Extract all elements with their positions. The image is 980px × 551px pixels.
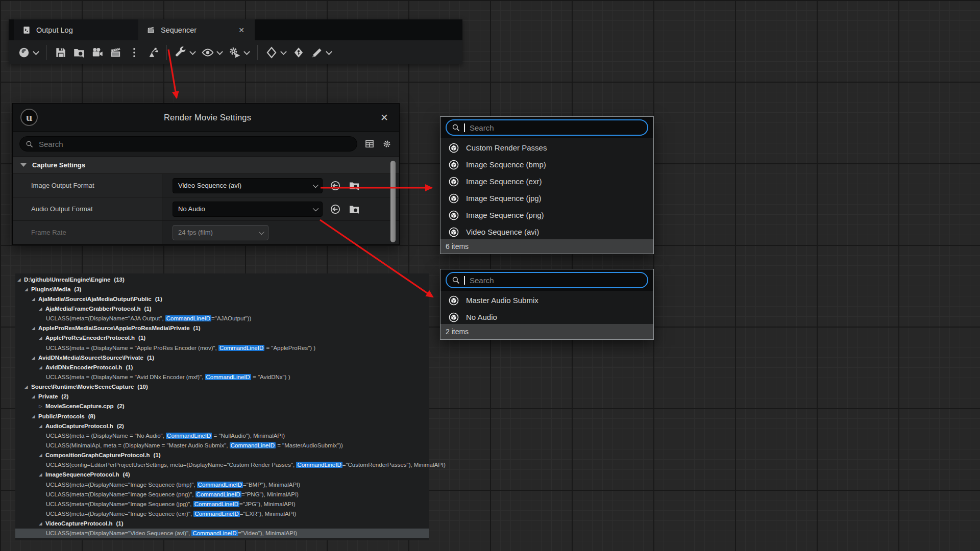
- code-result-row[interactable]: UCLASS(meta=(DisplayName="Image Sequence…: [15, 480, 429, 489]
- setting-label: Audio Output Format: [13, 197, 162, 220]
- auto-key-button[interactable]: [289, 44, 308, 61]
- find-in-content-browser-button[interactable]: [70, 44, 88, 61]
- save-button[interactable]: [52, 44, 70, 61]
- search-icon: [451, 276, 460, 285]
- expanded-arrow-icon[interactable]: [32, 414, 38, 419]
- image-output-format-dropdown[interactable]: Video Sequence (avi): [173, 178, 323, 193]
- ellipsis-vertical-icon: [128, 46, 141, 59]
- tree-node-row[interactable]: AjaMedia\Source\AjaMediaOutput\Public(1): [15, 294, 429, 304]
- more-options-button[interactable]: [125, 44, 143, 61]
- tree-node-row[interactable]: AvidDNxEncoderProtocol.h(1): [15, 362, 429, 372]
- expanded-arrow-icon[interactable]: [39, 453, 45, 458]
- curve-edit-button[interactable]: [308, 44, 335, 61]
- popup-search-input[interactable]: [469, 123, 643, 133]
- tab-sequencer[interactable]: Sequencer ✕: [138, 19, 255, 40]
- tree-node-row[interactable]: AppleProResEncoderProtocol.h(1): [15, 333, 429, 343]
- code-result-row[interactable]: UCLASS(config=EditorPerProjectUserSettin…: [15, 460, 429, 470]
- expanded-arrow-icon[interactable]: [39, 306, 45, 311]
- list-item-label: Image Sequence (bmp): [466, 160, 546, 169]
- code-result-row[interactable]: UCLASS(meta = (DisplayName = "No Audio",…: [15, 431, 429, 440]
- expanded-arrow-icon[interactable]: [39, 521, 45, 526]
- expanded-arrow-icon[interactable]: [24, 287, 31, 292]
- dialog-title-bar[interactable]: u Render Movie Settings ✕: [13, 104, 399, 132]
- tree-node-row[interactable]: AvidDNxMedia\Source\Source\Private(1): [15, 353, 429, 362]
- view-mode-button[interactable]: [364, 139, 375, 149]
- settings-search-box[interactable]: [19, 136, 357, 152]
- code-result-row[interactable]: UCLASS(meta=(DisplayName="Image Sequence…: [15, 499, 429, 509]
- tab-label: Sequencer: [161, 26, 197, 34]
- tree-node-row[interactable]: VideoCaptureProtocol.h(1): [15, 519, 429, 529]
- expanded-arrow-icon[interactable]: [39, 335, 45, 340]
- settings-button[interactable]: [382, 139, 392, 149]
- reset-to-default-button[interactable]: [329, 180, 341, 192]
- expanded-arrow-icon[interactable]: [17, 277, 24, 282]
- code-result-row[interactable]: UCLASS(MinimalApi, meta = (DisplayName =…: [15, 440, 429, 450]
- tools-button[interactable]: [172, 44, 199, 61]
- tab-output-log[interactable]: Output Log: [14, 19, 138, 40]
- tree-node-row[interactable]: ImageSequenceProtocol.h(4): [15, 470, 429, 480]
- playback-options-button[interactable]: [226, 44, 253, 61]
- tree-node-row[interactable]: AudioCaptureProtocol.h(2): [15, 421, 429, 431]
- reset-to-default-button[interactable]: [329, 203, 341, 215]
- list-item[interactable]: Master Audio Submix: [440, 292, 653, 309]
- code-result-row[interactable]: UCLASS(meta = (DisplayName = "Apple ProR…: [15, 343, 429, 353]
- dialog-close-button[interactable]: ✕: [377, 112, 391, 123]
- wrench-icon: [174, 46, 187, 59]
- dialog-scrollbar[interactable]: [390, 161, 396, 242]
- folder-search-icon: [72, 46, 86, 59]
- browse-button[interactable]: [348, 180, 360, 192]
- tree-node-row[interactable]: CompositionGraphCaptureProtocol.h(1): [15, 450, 429, 460]
- dialog-search-row: [13, 132, 399, 156]
- tree-node-row[interactable]: Private(2): [15, 392, 429, 402]
- popup-search-box[interactable]: [446, 119, 648, 136]
- code-result-row[interactable]: UCLASS(meta=(DisplayName="Image Sequence…: [15, 509, 429, 518]
- code-result-row[interactable]: UCLASS(meta=(DisplayName="Video Sequence…: [15, 529, 429, 538]
- expanded-arrow-icon[interactable]: [32, 296, 38, 302]
- list-item[interactable]: Custom Render Passes: [440, 139, 653, 156]
- tree-node-row[interactable]: Public\Protocols(8): [15, 411, 429, 421]
- tree-node-row[interactable]: AppleProResMedia\Source\AppleProResMedia…: [15, 323, 429, 333]
- create-camera-button[interactable]: [88, 44, 107, 61]
- items-count-footer: 6 items: [440, 239, 653, 254]
- code-result-row[interactable]: UCLASS(meta=(DisplayName="Image Sequence…: [15, 489, 429, 499]
- node-tree-button[interactable]: [143, 44, 162, 61]
- list-item[interactable]: Video Sequence (avi): [440, 223, 653, 240]
- auto-key-icon: [292, 46, 305, 59]
- view-options-button[interactable]: [199, 44, 226, 61]
- expanded-arrow-icon[interactable]: [39, 365, 45, 370]
- audio-output-format-dropdown[interactable]: No Audio: [173, 202, 323, 217]
- tree-node-row[interactable]: MovieSceneCapture.cpp(2): [15, 402, 429, 411]
- popup-search-input[interactable]: [469, 276, 643, 285]
- code-result-row[interactable]: UCLASS(meta = (DisplayName = "Avid DNx E…: [15, 372, 429, 382]
- expanded-arrow-icon[interactable]: [32, 394, 38, 399]
- browse-button[interactable]: [348, 203, 360, 215]
- capture-settings-section[interactable]: Capture Settings: [13, 156, 399, 173]
- list-item[interactable]: Image Sequence (png): [440, 207, 653, 223]
- tab-close-button[interactable]: ✕: [236, 26, 247, 34]
- render-movie-button[interactable]: [107, 44, 125, 61]
- list-item[interactable]: Image Sequence (jpg): [440, 190, 653, 207]
- tree-node-row[interactable]: Source\Runtime\MovieSceneCapture(10): [15, 382, 429, 392]
- folder-search-icon: [348, 203, 360, 215]
- collapsed-arrow-icon[interactable]: [39, 404, 45, 409]
- expanded-arrow-icon[interactable]: [39, 423, 45, 429]
- expanded-arrow-icon[interactable]: [39, 472, 45, 477]
- list-item[interactable]: Image Sequence (exr): [440, 173, 653, 190]
- image-format-popup: Custom Render Passes Image Sequence (bmp…: [440, 116, 654, 254]
- code-result-row[interactable]: UCLASS(meta=(DisplayName="AJA Output", C…: [15, 314, 429, 323]
- tree-node-row[interactable]: Plugins\Media(3): [15, 284, 429, 294]
- list-item[interactable]: No Audio: [440, 309, 653, 325]
- tree-node-row[interactable]: D:\github\UnrealEngine\Engine(13): [15, 274, 429, 284]
- world-button[interactable]: [15, 44, 42, 61]
- expanded-arrow-icon[interactable]: [32, 355, 38, 360]
- keyframe-options-button[interactable]: [262, 44, 289, 61]
- tree-node-row[interactable]: AjaMediaFrameGrabberProtocol.h(1): [15, 304, 429, 313]
- sequencer-toolbar: [9, 40, 462, 64]
- popup-search-box[interactable]: [446, 272, 648, 288]
- text-cursor: [464, 123, 465, 132]
- list-item[interactable]: Image Sequence (bmp): [440, 156, 653, 173]
- class-cube-icon: [448, 176, 459, 187]
- settings-search-input[interactable]: [38, 139, 352, 149]
- expanded-arrow-icon[interactable]: [32, 325, 38, 331]
- expanded-arrow-icon[interactable]: [24, 384, 31, 389]
